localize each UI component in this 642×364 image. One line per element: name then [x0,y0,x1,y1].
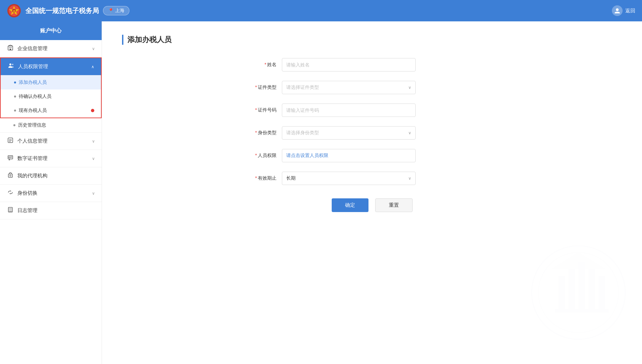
name-label: *姓名 [255,62,282,68]
enterprise-chevron-icon: ∨ [92,46,95,51]
svg-point-13 [9,63,11,65]
pending-bullet [14,96,16,98]
cert-no-input[interactable] [282,104,416,117]
sidebar-item-identity-switch[interactable]: 身份切换 ∨ [0,185,102,202]
identity-switch-chevron-icon: ∨ [92,191,95,196]
header: 税 全国统一规范电子税务局 📍 上海 返回 [0,0,642,21]
sidebar-subitem-add-tax-person[interactable]: 添加办税人员 [1,75,101,89]
svg-marker-44 [552,252,605,269]
valid-until-value: 长期 [286,175,296,181]
sidebar-item-digital-cert-label: 数字证书管理 [17,155,89,162]
add-tax-person-form: *姓名 *证件类型 请选择证件类型 ∨ *证件号码 [255,58,489,212]
sidebar-item-digital-cert[interactable]: 数字证书管理 ∨ [0,150,102,167]
identity-type-label: *身份类型 [255,130,282,136]
cert-type-chevron-icon: ∨ [408,85,411,90]
sidebar-subitem-pending-confirm[interactable]: 待确认办税人员 [1,89,101,104]
reset-button[interactable]: 重置 [375,198,413,212]
identity-type-select[interactable]: 请选择身份类型 ∨ [282,126,416,140]
svg-rect-42 [599,276,605,309]
avatar-icon [612,5,623,16]
confirm-button[interactable]: 确定 [332,198,368,212]
name-input[interactable] [282,58,416,71]
sidebar-item-personnel[interactable]: 人员权限管理 ∧ [1,58,101,75]
cert-no-required-mark: * [255,107,257,113]
svg-marker-27 [10,190,11,191]
sidebar-item-log-manage[interactable]: 日志管理 [0,202,102,219]
current-tax-label: 现有办税人员 [19,108,47,114]
cert-no-row: *证件号码 [255,104,489,117]
add-tax-label: 添加办税人员 [19,79,47,85]
svg-point-14 [12,64,13,65]
cert-type-placeholder: 请选择证件类型 [286,84,319,90]
identity-type-required-mark: * [255,130,257,135]
add-tax-bullet [14,81,16,83]
sidebar-subitem-current-tax-person[interactable]: 现有办税人员 [1,104,101,118]
personnel-icon [7,63,15,70]
valid-until-required-mark: * [255,175,257,181]
svg-point-20 [9,157,10,158]
name-required-mark: * [264,62,266,67]
sidebar-item-enterprise-label: 企业信息管理 [17,45,89,52]
svg-rect-7 [9,47,10,48]
svg-rect-43 [555,309,609,313]
svg-rect-25 [8,174,12,177]
digital-cert-icon [7,155,14,162]
permissions-placeholder: 请点击设置人员权限 [286,153,328,159]
cert-type-select[interactable]: 请选择证件类型 ∨ [282,81,416,94]
svg-rect-41 [588,269,595,309]
current-bullet [14,110,16,112]
svg-rect-9 [11,47,12,48]
personal-info-chevron-icon: ∨ [92,139,95,144]
sidebar-item-personal-info-label: 个人信息管理 [17,138,89,144]
valid-until-label: *有效期止 [255,175,282,181]
location-label: 上海 [115,8,124,14]
sidebar-item-personnel-label: 人员权限管理 [18,63,88,70]
personnel-permission-section: 人员权限管理 ∧ 添加办税人员 待确认办税人员 现有办税人员 [0,57,102,118]
personal-info-icon [7,137,14,145]
svg-rect-40 [578,262,585,309]
my-agent-icon [7,172,14,180]
page-title: 添加办税人员 [122,35,622,45]
sidebar-item-log-manage-label: 日志管理 [17,207,95,214]
identity-type-placeholder: 请选择身份类型 [286,130,319,136]
svg-rect-15 [8,138,13,143]
svg-point-34 [9,211,10,212]
svg-rect-8 [10,47,11,48]
watermark [528,242,629,344]
cert-no-label: *证件号码 [255,107,282,113]
logo-icon: 税 [7,3,21,18]
svg-rect-39 [568,269,575,309]
sidebar-subitem-history[interactable]: 历史管理信息 [0,118,102,133]
name-row: *姓名 [255,58,489,71]
svg-point-5 [616,8,619,11]
sidebar-item-identity-switch-label: 身份切换 [17,190,89,196]
identity-type-chevron-icon: ∨ [408,131,411,135]
sidebar-item-personal-info[interactable]: 个人信息管理 ∨ [0,133,102,150]
identity-type-row: *身份类型 请选择身份类型 ∨ [255,126,489,140]
cert-type-label: *证件类型 [255,84,282,90]
form-buttons: 确定 重置 [255,198,489,212]
current-tax-badge [91,109,94,112]
sidebar-item-my-agent[interactable]: 我的代理机构 [0,167,102,185]
location-pin-icon: 📍 [108,8,114,13]
location-badge[interactable]: 📍 上海 [103,6,129,15]
cert-type-row: *证件类型 请选择证件类型 ∨ [255,81,489,94]
building-icon [7,45,14,52]
valid-until-select[interactable]: 长期 ∨ [282,172,416,185]
permissions-required-mark: * [255,153,257,158]
permissions-label: *人员权限 [255,153,282,159]
svg-point-26 [10,175,11,176]
sidebar-item-my-agent-label: 我的代理机构 [17,173,95,179]
permissions-row: *人员权限 请点击设置人员权限 [255,149,489,162]
return-button[interactable]: 返回 [612,5,635,16]
log-manage-icon [7,207,14,214]
sidebar-item-enterprise[interactable]: 企业信息管理 ∨ [0,40,102,57]
svg-point-30 [9,208,10,209]
svg-rect-10 [10,49,11,50]
main-layout: 账户中心 企业信息管理 ∨ [0,21,642,364]
history-label: 历史管理信息 [18,122,46,128]
permissions-input[interactable]: 请点击设置人员权限 [282,149,416,162]
content-area: 添加办税人员 *姓名 *证件类型 请选择证件类型 ∨ [102,21,642,364]
header-left: 税 全国统一规范电子税务局 📍 上海 [7,3,129,18]
pending-label: 待确认办税人员 [19,94,51,100]
